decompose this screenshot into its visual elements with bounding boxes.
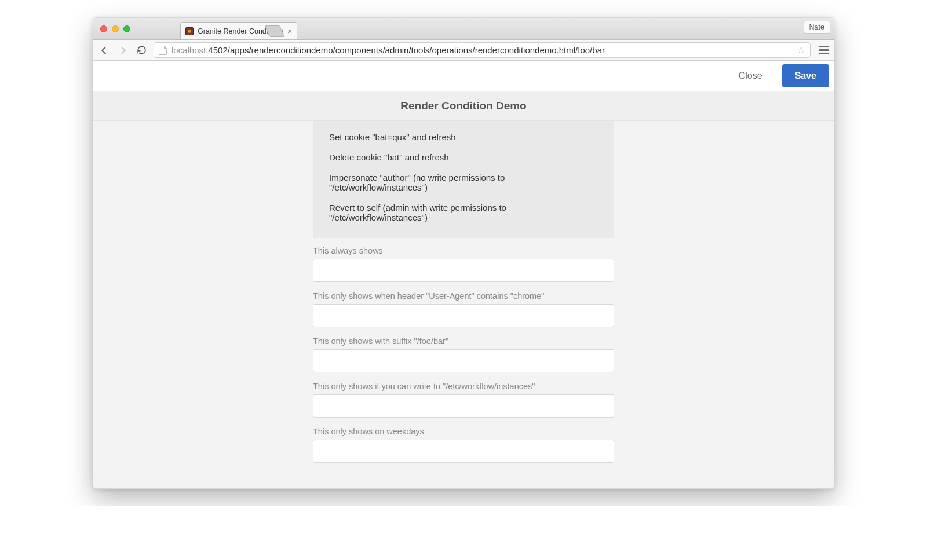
text-input[interactable] xyxy=(313,349,614,372)
action-bar: Close Save xyxy=(93,61,834,91)
page-title: Render Condition Demo xyxy=(93,91,834,121)
form-field: This only shows when header "User-Agent"… xyxy=(313,291,614,327)
form-field: This only shows on weekdays xyxy=(313,427,614,463)
action-link[interactable]: Revert to self (admin with write permiss… xyxy=(313,197,614,228)
text-input[interactable] xyxy=(313,304,614,327)
field-label: This only shows when header "User-Agent"… xyxy=(313,291,614,301)
window-controls xyxy=(93,25,130,32)
menu-icon[interactable] xyxy=(819,46,829,54)
form: This always shows This only shows when h… xyxy=(313,238,614,463)
tab-close-icon[interactable]: × xyxy=(287,27,292,35)
titlebar: Granite Render Conditions × Nate xyxy=(93,18,834,40)
center-column: Set cookie "bat=qux" and refresh Delete … xyxy=(313,121,614,463)
text-input[interactable] xyxy=(313,440,614,463)
save-button[interactable]: Save xyxy=(782,64,829,87)
action-link[interactable]: Set cookie "bat=qux" and refresh xyxy=(313,127,614,147)
action-link[interactable]: Delete cookie "bat" and refresh xyxy=(313,147,614,167)
field-label: This always shows xyxy=(313,246,614,255)
form-field: This only shows with suffix "/foo/bar" xyxy=(313,336,614,372)
url-host: localhost xyxy=(171,45,206,55)
field-label: This only shows with suffix "/foo/bar" xyxy=(313,336,614,346)
app-viewport: Close Save Render Condition Demo Set coo… xyxy=(93,61,834,488)
form-field: This only shows if you can write to "/et… xyxy=(313,382,614,418)
text-input[interactable] xyxy=(313,394,614,418)
forward-icon[interactable] xyxy=(116,45,129,56)
action-link[interactable]: Impersonate "author" (no write permissio… xyxy=(313,167,614,197)
content-area: Set cookie "bat=qux" and refresh Delete … xyxy=(93,121,834,488)
profile-badge[interactable]: Nate xyxy=(804,21,830,34)
close-window-icon[interactable] xyxy=(100,25,107,32)
back-icon[interactable] xyxy=(98,45,111,56)
browser-window: Granite Render Conditions × Nate localho… xyxy=(93,17,834,489)
action-link-panel: Set cookie "bat=qux" and refresh Delete … xyxy=(313,121,614,238)
field-label: This only shows on weekdays xyxy=(313,427,614,436)
bookmark-star-icon[interactable]: ☆ xyxy=(797,44,805,56)
url-path: :4502/apps/renderconditiondemo/component… xyxy=(206,45,605,55)
minimize-window-icon[interactable] xyxy=(112,25,119,32)
address-bar[interactable]: localhost:4502/apps/renderconditiondemo/… xyxy=(154,42,811,58)
field-label: This only shows if you can write to "/et… xyxy=(313,382,614,391)
close-button[interactable]: Close xyxy=(726,64,775,87)
reload-icon[interactable] xyxy=(135,45,148,55)
form-field: This always shows xyxy=(313,246,614,282)
url-text: localhost:4502/apps/renderconditiondemo/… xyxy=(171,45,605,55)
page-icon xyxy=(159,46,167,55)
maximize-window-icon[interactable] xyxy=(123,25,130,32)
favicon-icon xyxy=(185,27,194,35)
browser-toolbar: localhost:4502/apps/renderconditiondemo/… xyxy=(93,40,834,61)
text-input[interactable] xyxy=(313,259,614,282)
